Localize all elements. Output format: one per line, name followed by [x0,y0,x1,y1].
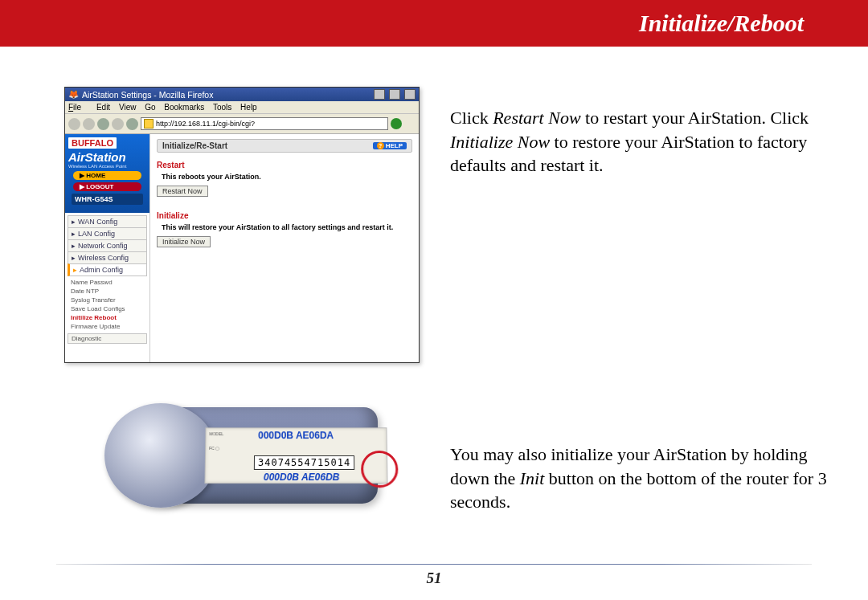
browser-toolbar: http://192.168.11.1/cgi-bin/cgi? [65,114,419,134]
forward-icon[interactable] [83,118,95,130]
nav-lan[interactable]: ▸LAN Config [68,227,147,239]
restart-heading: Restart [157,161,412,169]
main-pane: Initialize/Re-Start HELP Restart This re… [150,134,419,362]
subnav-name[interactable]: Name Passwd [68,278,147,287]
left-column: 🦊 AirStation Settings - Mozilla Firefox … [64,87,422,532]
page-number: 51 [427,569,442,586]
restart-now-term: Restart Now [493,108,580,128]
logout-button[interactable]: ▶ LOGOUT [73,182,141,191]
model-badge: WHR-G54S [72,194,143,205]
subnav-saveload[interactable]: Save Load Configs [68,304,147,313]
init-button-highlight-icon [361,451,399,488]
menu-go[interactable]: Go [145,103,155,112]
router-smalltext: MODEL [209,431,223,436]
init-term: Init [520,468,545,488]
footer-divider [56,564,812,565]
page-footer: 51 [0,564,868,587]
section-tab: Initialize/Re-Start HELP [157,139,412,153]
content-area: 🦊 AirStation Settings - Mozilla Firefox … [0,47,868,532]
brand-subtitle: Wireless LAN Access Point [68,164,146,169]
firefox-icon: 🦊 [68,89,79,100]
stop-icon[interactable] [112,118,124,130]
fcc-icon: FC ▢ [209,446,219,451]
router-mac-bottom: 000D0B AE06DB [264,471,340,483]
nav-wireless[interactable]: ▸Wireless Config [68,251,147,263]
home-button[interactable]: ▶ HOME [73,171,141,180]
brand-block: BUFFALO AirStation Wireless LAN Access P… [65,134,149,213]
brand-buffalo: BUFFALO [68,137,117,149]
browser-menubar: File Edit View Go Bookmarks Tools Help [65,101,419,114]
initialize-description: This will restore your AirStation to all… [162,223,412,231]
maximize-icon[interactable] [389,89,400,100]
browser-screenshot: 🦊 AirStation Settings - Mozilla Firefox … [64,87,420,363]
minimize-icon[interactable] [374,89,385,100]
help-button[interactable]: HELP [373,142,407,149]
home-icon[interactable] [126,118,138,130]
menu-edit[interactable]: Edit [96,103,110,112]
right-column: Click Restart Now to restart your AirSta… [450,87,828,532]
router-disc [104,403,217,508]
nav-admin[interactable]: ▸Admin Config [68,263,147,276]
window-titlebar: 🦊 AirStation Settings - Mozilla Firefox [65,88,419,101]
header-bar: Initialize/Reboot [0,0,868,47]
nav-wan[interactable]: ▸WAN Config [68,215,147,227]
back-icon[interactable] [68,118,80,130]
nav-list: ▸WAN Config ▸LAN Config ▸Network Config … [68,215,147,276]
subnav-list: Name Passwd Date NTP Syslog Transfer Sav… [68,278,147,344]
page-body: BUFFALO AirStation Wireless LAN Access P… [65,134,419,362]
menu-view[interactable]: View [119,103,137,112]
sidebar: BUFFALO AirStation Wireless LAN Access P… [65,134,150,362]
subnav-date[interactable]: Date NTP [68,287,147,296]
url-text: http://192.168.11.1/cgi-bin/cgi? [156,120,255,128]
initialize-heading: Initialize [157,211,412,220]
menu-help[interactable]: Help [240,103,257,112]
router-serial: 34074554715014 [254,455,354,470]
subnav-initreboot[interactable]: Initilize Reboot [68,313,147,322]
site-icon [144,119,154,129]
window-title: AirStation Settings - Mozilla Firefox [82,90,213,100]
router-label: 000D0B AE06DA MODEL FC ▢ 34074554715014 … [204,427,387,484]
close-icon[interactable] [404,89,416,100]
subnav-firmware[interactable]: Firmware Update [68,322,147,331]
instruction-paragraph-2: You may also initialize your AirStation … [450,443,828,514]
search-icon[interactable] [404,118,416,129]
instruction-paragraph-1: Click Restart Now to restart your AirSta… [450,106,828,178]
go-icon[interactable] [391,118,402,129]
menu-tools[interactable]: Tools [213,103,231,112]
page-title: Initialize/Reboot [639,10,804,37]
router-photo: 000D0B AE06DA MODEL FC ▢ 34074554715014 … [72,403,394,516]
section-tab-label: Initialize/Re-Start [162,141,227,150]
subnav-syslog[interactable]: Syslog Transfer [68,296,147,304]
nav-network[interactable]: ▸Network Config [68,239,147,251]
router-mac-top: 000D0B AE06DA [258,430,334,441]
restart-description: This reboots your AirStation. [162,173,412,181]
address-bar[interactable]: http://192.168.11.1/cgi-bin/cgi? [141,117,388,130]
initialize-now-button[interactable]: Initialize Now [157,236,211,247]
reload-icon[interactable] [97,118,109,130]
restart-now-button[interactable]: Restart Now [157,186,208,197]
subnav-diagnostic[interactable]: Diagnostic [68,333,147,344]
initialize-now-term: Initialize Now [450,132,550,152]
menu-file[interactable]: File [68,103,88,112]
brand-airstation: AirStation [68,150,146,164]
menu-bookmarks[interactable]: Bookmarks [164,103,204,112]
